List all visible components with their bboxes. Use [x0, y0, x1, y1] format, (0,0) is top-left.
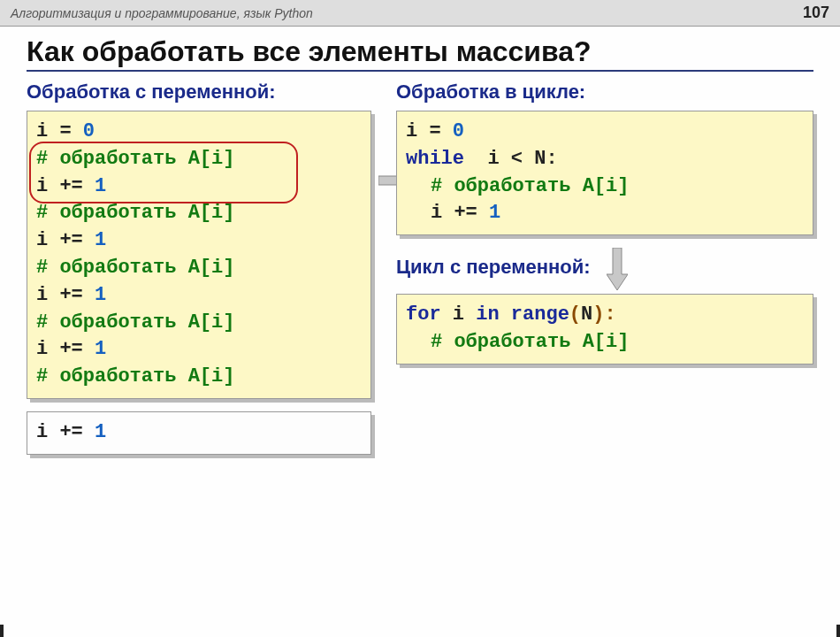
- right-heading: Обработка в цикле:: [396, 81, 813, 104]
- slide-body: Как обработать все элементы массива? Обр…: [0, 27, 840, 485]
- left-heading: Обработка с переменной:: [27, 81, 371, 104]
- code-line: # обработать A[i]: [36, 255, 362, 282]
- right-column: Обработка в цикле: i = 0 while i < N: # …: [396, 81, 813, 467]
- code-line: while i < N:: [406, 146, 804, 173]
- doc-title: Алгоритмизация и программирование, язык …: [11, 6, 313, 20]
- footer-tick-left: [0, 625, 4, 637]
- footer-tick-right: [836, 625, 840, 637]
- code-line: i += 1: [36, 227, 362, 255]
- code-line: # обработать A[i]: [406, 329, 804, 357]
- code-line: # обработать A[i]: [36, 200, 362, 227]
- code-line: i += 1: [36, 282, 362, 310]
- code-line: i = 0: [406, 119, 804, 146]
- code-line: i += 1: [36, 419, 362, 447]
- code-box-variable: i = 0 # обработать A[i] i += 1 # обработ…: [27, 111, 371, 399]
- code-box-extra: i += 1: [27, 411, 371, 455]
- code-line: # обработать A[i]: [406, 173, 804, 201]
- left-column: Обработка с переменной: i = 0 # обработа…: [27, 81, 371, 467]
- code-line: i += 1: [406, 200, 804, 227]
- code-line: for i in range(N):: [406, 302, 804, 329]
- svg-marker-1: [607, 248, 628, 290]
- code-line: i += 1: [36, 336, 362, 364]
- code-line: i += 1: [36, 173, 362, 201]
- code-box-for: for i in range(N): # обработать A[i]: [396, 294, 813, 365]
- header-bar: Алгоритмизация и программирование, язык …: [0, 0, 840, 27]
- page-number: 107: [803, 4, 829, 22]
- code-line: # обработать A[i]: [36, 364, 362, 391]
- code-line: # обработать A[i]: [36, 146, 362, 173]
- slide-title: Как обработать все элементы массива?: [27, 35, 813, 72]
- code-line: i = 0: [36, 119, 362, 146]
- code-box-while: i = 0 while i < N: # обработать A[i] i +…: [396, 111, 813, 235]
- code-line: # обработать A[i]: [36, 310, 362, 337]
- arrow-down-icon: [607, 248, 628, 290]
- cycle-heading: Цикл с переменной:: [396, 256, 591, 279]
